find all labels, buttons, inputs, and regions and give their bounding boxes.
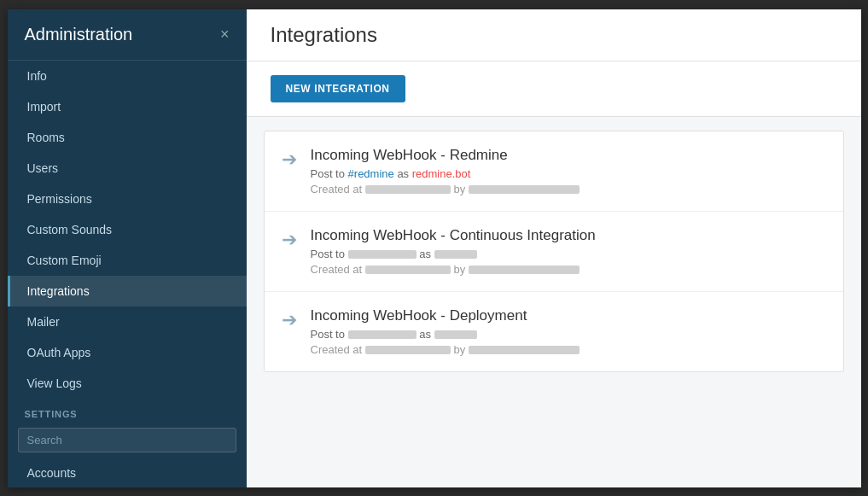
integration-name: Incoming WebHook - Deployment [311, 307, 826, 324]
sidebar-item-mailer[interactable]: Mailer [8, 306, 247, 337]
settings-label: SETTINGS [8, 399, 247, 424]
integration-info: Incoming WebHook - Continuous Integratio… [311, 227, 826, 276]
integration-channel: #redmine [348, 167, 394, 180]
integrations-list: ➔Incoming WebHook - RedminePost to #redm… [264, 131, 844, 372]
integration-item[interactable]: ➔Incoming WebHook - DeploymentPost to as… [265, 292, 843, 371]
webhook-arrow-icon: ➔ [282, 309, 297, 331]
integration-item[interactable]: ➔Incoming WebHook - RedminePost to #redm… [265, 131, 843, 212]
sidebar-item-custom-sounds[interactable]: Custom Sounds [8, 214, 247, 245]
main-toolbar: NEW INTEGRATION [247, 61, 861, 117]
search-input[interactable] [18, 428, 236, 452]
sidebar-item-oauth-apps[interactable]: OAuth Apps [8, 337, 247, 368]
sidebar-item-view-logs[interactable]: View Logs [8, 368, 247, 399]
sidebar-item-permissions[interactable]: Permissions [8, 184, 247, 214]
integration-post-info: Post to as [311, 328, 826, 341]
integration-created-info: Created at by [311, 343, 826, 356]
sidebar-settings-item-accounts[interactable]: Accounts [8, 458, 247, 487]
integration-info: Incoming WebHook - DeploymentPost to as … [311, 307, 826, 356]
integration-created-info: Created at by [311, 183, 826, 195]
app-container: Administration × InfoImportRoomsUsersPer… [8, 9, 861, 487]
sidebar-title: Administration [25, 25, 133, 44]
integration-item[interactable]: ➔Incoming WebHook - Continuous Integrati… [265, 212, 843, 292]
page-title: Integrations [271, 23, 377, 46]
sidebar-close-button[interactable]: × [220, 26, 230, 44]
main-content: Integrations NEW INTEGRATION ➔Incoming W… [247, 9, 861, 487]
sidebar-item-import[interactable]: Import [8, 91, 247, 122]
sidebar-item-users[interactable]: Users [8, 153, 247, 184]
integration-name: Incoming WebHook - Redmine [311, 147, 826, 164]
integration-info: Incoming WebHook - RedminePost to #redmi… [311, 147, 826, 195]
integration-post-info: Post to #redmine as redmine.bot [311, 167, 826, 180]
sidebar: Administration × InfoImportRoomsUsersPer… [8, 9, 247, 487]
new-integration-button[interactable]: NEW INTEGRATION [271, 75, 405, 102]
sidebar-item-integrations[interactable]: Integrations [8, 276, 247, 306]
integration-post-info: Post to as [311, 248, 826, 260]
integration-botname: redmine.bot [412, 167, 471, 180]
sidebar-item-info[interactable]: Info [8, 61, 247, 91]
main-header: Integrations [247, 9, 861, 61]
sidebar-nav: InfoImportRoomsUsersPermissionsCustom So… [8, 61, 247, 487]
webhook-arrow-icon: ➔ [282, 229, 297, 251]
sidebar-header: Administration × [8, 9, 247, 61]
sidebar-item-rooms[interactable]: Rooms [8, 122, 247, 153]
sidebar-item-custom-emoji[interactable]: Custom Emoji [8, 245, 247, 276]
webhook-arrow-icon: ➔ [282, 149, 297, 171]
integration-created-info: Created at by [311, 263, 826, 276]
integration-name: Incoming WebHook - Continuous Integratio… [311, 227, 826, 244]
